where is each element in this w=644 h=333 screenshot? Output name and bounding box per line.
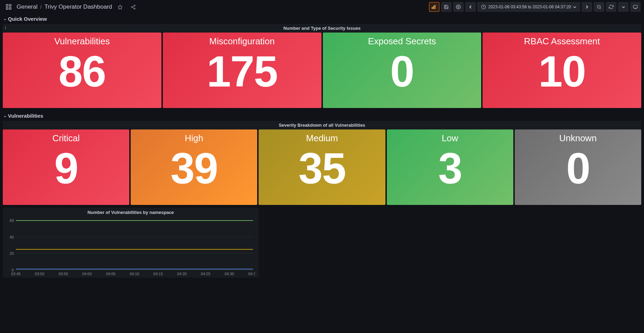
svg-rect-2 — [6, 8, 8, 9]
svg-text:04:30: 04:30 — [225, 272, 234, 276]
stat-value: 175 — [207, 49, 277, 94]
stat-label: Vulnerabilities — [54, 36, 110, 47]
breadcrumb: General / Trivy Operator Dashboard — [3, 2, 138, 12]
stat-value: 35 — [298, 146, 345, 191]
svg-marker-4 — [118, 5, 122, 9]
svg-line-8 — [132, 6, 134, 7]
stat-label: Exposed Secrets — [368, 36, 436, 47]
svg-text:04:35: 04:35 — [248, 272, 255, 276]
panel-title-severity-breakdown[interactable]: Severity Breakdown of all Vulnerabilitie… — [3, 121, 641, 129]
svg-point-7 — [134, 8, 135, 9]
svg-text:+: + — [436, 4, 437, 7]
svg-text:20: 20 — [10, 251, 14, 255]
svg-text:04:05: 04:05 — [106, 272, 115, 276]
svg-line-9 — [132, 7, 134, 8]
stat-value: 10 — [539, 49, 586, 94]
chart-body: 020406003:4503:5003:5504:0004:0504:1004:… — [3, 217, 259, 278]
stat-value: 9 — [54, 146, 78, 191]
toolbar: + 2023-01-06 03:43:58 to 2023-01-06 04:3… — [429, 2, 641, 12]
stat-panel[interactable]: Exposed Secrets0 — [323, 33, 482, 108]
svg-rect-19 — [633, 5, 637, 8]
clock-icon — [481, 4, 486, 9]
chevron-down-icon — [573, 6, 576, 9]
row-label: Quick Overview — [8, 16, 47, 22]
info-icon: i — [5, 25, 6, 30]
stat-label: Medium — [306, 133, 338, 144]
svg-text:04:10: 04:10 — [130, 272, 139, 276]
stat-panel[interactable]: Low3 — [387, 129, 513, 205]
stat-value: 0 — [390, 49, 414, 94]
row-toggle-quick-overview[interactable]: ⌄ Quick Overview — [0, 14, 644, 24]
refresh-interval-picker[interactable] — [618, 2, 628, 12]
chevron-down-icon: ⌄ — [3, 114, 7, 118]
save-button[interactable] — [441, 2, 451, 12]
svg-rect-11 — [433, 6, 434, 9]
svg-text:04:20: 04:20 — [177, 272, 186, 276]
breadcrumb-separator: / — [40, 4, 41, 10]
settings-button[interactable] — [453, 2, 464, 12]
stat-panel[interactable]: Vulnerabilities86 — [3, 33, 161, 108]
svg-rect-1 — [9, 4, 11, 6]
svg-text:03:50: 03:50 — [35, 272, 44, 276]
panel-vulns-by-namespace[interactable]: Number of Vulnerabilities by namespace 0… — [3, 208, 259, 278]
svg-rect-10 — [432, 7, 433, 9]
stat-panel[interactable]: Critical9 — [3, 129, 129, 205]
stat-label: Unknown — [559, 133, 597, 144]
svg-point-5 — [134, 5, 135, 6]
time-back-button[interactable] — [465, 2, 476, 12]
breadcrumb-root[interactable]: General — [17, 3, 37, 10]
dashboard-grid-icon[interactable] — [3, 2, 14, 12]
stat-panel[interactable]: Medium35 — [259, 129, 385, 205]
stat-grid-security-issues: Vulnerabilities86Misconfiguration175Expo… — [0, 33, 644, 111]
row-label: Vulnerabilities — [8, 113, 43, 119]
stat-panel[interactable]: RBAC Assessment10 — [483, 33, 641, 108]
stat-label: Critical — [52, 133, 80, 144]
stat-panel[interactable]: Misconfiguration175 — [163, 33, 321, 108]
svg-line-17 — [600, 8, 601, 9]
add-panel-button[interactable]: + — [429, 2, 439, 12]
svg-rect-3 — [9, 8, 11, 9]
stat-grid-severity-breakdown: Critical9High39Medium35Low3Unknown0 — [0, 129, 644, 208]
topbar: General / Trivy Operator Dashboard + — [0, 0, 644, 14]
svg-rect-0 — [6, 4, 8, 6]
time-range-text: 2023-01-06 03:43:58 to 2023-01-06 04:37:… — [488, 4, 571, 9]
stat-panel[interactable]: Unknown0 — [515, 129, 641, 205]
svg-text:04:25: 04:25 — [201, 272, 210, 276]
stat-panel[interactable]: High39 — [131, 129, 257, 205]
svg-text:04:00: 04:00 — [82, 272, 92, 276]
svg-text:04:15: 04:15 — [153, 272, 163, 276]
stat-label: Low — [442, 133, 458, 144]
star-icon[interactable] — [115, 2, 125, 12]
time-forward-button[interactable] — [582, 2, 592, 12]
svg-text:03:45: 03:45 — [11, 272, 20, 276]
stat-label: RBAC Assessment — [524, 36, 600, 47]
stat-value: 0 — [566, 146, 590, 191]
stat-value: 3 — [438, 146, 462, 191]
cycle-view-button[interactable] — [630, 2, 641, 12]
share-icon[interactable] — [128, 2, 138, 12]
svg-text:03:55: 03:55 — [58, 272, 68, 276]
svg-rect-12 — [435, 5, 436, 9]
zoom-out-button[interactable] — [594, 2, 604, 12]
row-toggle-vulnerabilities[interactable]: ⌄ Vulnerabilities — [0, 111, 644, 121]
svg-point-14 — [458, 6, 459, 8]
stat-value: 39 — [170, 146, 217, 191]
stat-value: 86 — [58, 49, 105, 94]
svg-point-6 — [131, 6, 133, 8]
stat-label: Misconfiguration — [209, 36, 274, 47]
breadcrumb-title[interactable]: Trivy Operator Dashboard — [44, 3, 112, 10]
stat-label: High — [185, 133, 203, 144]
svg-text:40: 40 — [10, 235, 14, 239]
refresh-button[interactable] — [606, 2, 616, 12]
chart-title: Number of Vulnerabilities by namespace — [3, 208, 259, 217]
svg-text:60: 60 — [10, 218, 14, 223]
panel-title-security-issues[interactable]: i Number and Type of Security Issues — [3, 24, 641, 33]
chevron-down-icon: ⌄ — [3, 17, 7, 21]
time-range-picker[interactable]: 2023-01-06 03:43:58 to 2023-01-06 04:37:… — [477, 2, 580, 12]
